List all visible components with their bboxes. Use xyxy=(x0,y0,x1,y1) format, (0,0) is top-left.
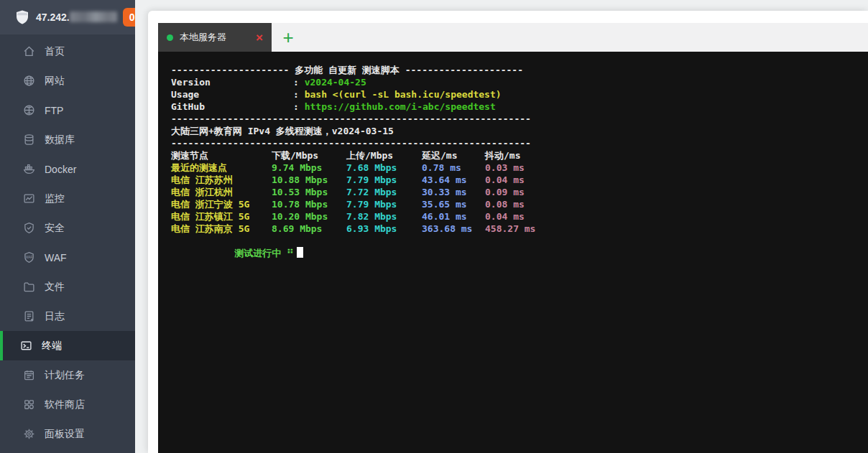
home-icon xyxy=(23,45,35,57)
sidebar-item-files[interactable]: 文件 xyxy=(0,272,135,302)
docker-icon xyxy=(23,163,35,175)
terminal-screen[interactable]: --------------------- 多功能 自更新 测速脚本 -----… xyxy=(158,52,868,453)
sidebar-item-label: FTP xyxy=(45,105,63,116)
log-file-icon xyxy=(23,310,35,322)
waf-shield-icon: WAF xyxy=(23,251,35,263)
spinner-glyph: ⠛ xyxy=(287,248,294,258)
sidebar-nav: 首页 网站 FTP 数据库 Docker 监控 安全 WAF WAF xyxy=(0,34,135,453)
terminal-page-card: 本地服务器 × + --------------------- 多功能 自更新 … xyxy=(148,11,868,453)
separator-line: ----------------------------------------… xyxy=(171,113,862,125)
sidebar-item-ftp[interactable]: FTP xyxy=(0,95,135,125)
sidebar-item-terminal[interactable]: 终端 xyxy=(0,331,135,360)
sidebar-item-label: 网站 xyxy=(45,75,65,88)
sidebar-item-label: 文件 xyxy=(45,281,65,294)
sidebar-item-label: 终端 xyxy=(42,340,62,352)
speedtest-subtitle: 大陆三网+教育网 IPv4 多线程测速，v2024-03-15 xyxy=(171,125,862,137)
globe-icon xyxy=(23,75,35,87)
sidebar-item-label: 面板设置 xyxy=(45,428,85,441)
shield-check-icon xyxy=(23,222,35,234)
separator-line: ----------------------------------------… xyxy=(171,137,862,149)
sidebar-item-docker[interactable]: Docker xyxy=(0,154,135,184)
sidebar-item-security[interactable]: 安全 xyxy=(0,213,135,243)
info-line-github: GitHub: https://github.com/i-abc/speedte… xyxy=(171,101,862,113)
folder-icon xyxy=(23,281,35,293)
tab-label: 本地服务器 xyxy=(180,31,249,44)
ip-redacted-blur xyxy=(70,11,117,22)
monitor-chart-icon xyxy=(23,192,35,205)
speedtest-table-header: 测速节点下载/Mbps上传/Mbps延迟/ms抖动/ms xyxy=(171,149,862,162)
terminal-tabbar: 本地服务器 × + xyxy=(158,23,868,52)
sidebar-item-monitor[interactable]: 监控 xyxy=(0,184,135,213)
terminal-tab-local-server[interactable]: 本地服务器 × xyxy=(158,23,272,52)
banner-title-line: --------------------- 多功能 自更新 测速脚本 -----… xyxy=(171,64,862,76)
database-icon xyxy=(23,134,35,146)
sidebar-item-label: 日志 xyxy=(45,310,65,323)
sidebar-item-waf[interactable]: WAF WAF xyxy=(0,243,135,272)
new-tab-button[interactable]: + xyxy=(272,23,305,52)
sidebar-item-label: Docker xyxy=(45,164,76,175)
sidebar-item-settings[interactable]: 面板设置 xyxy=(0,419,135,449)
speedtest-row: 电信 江苏镇江 5G10.20 Mbps7.82 Mbps46.01 ms0.0… xyxy=(171,210,862,223)
sidebar-item-logs[interactable]: 日志 xyxy=(0,302,135,331)
calendar-icon xyxy=(23,369,35,381)
tab-close-icon[interactable]: × xyxy=(256,32,263,44)
main-content: 本地服务器 × + --------------------- 多功能 自更新 … xyxy=(135,0,868,453)
sidebar-item-label: 计划任务 xyxy=(45,369,85,382)
sidebar-item-label: 安全 xyxy=(45,222,65,235)
panel-logo-shield-icon xyxy=(14,9,30,25)
speedtest-row: 电信 浙江宁波 5G10.78 Mbps7.79 Mbps35.65 ms0.0… xyxy=(171,198,862,210)
ftp-globe-icon xyxy=(23,104,35,116)
app-grid-icon xyxy=(23,398,35,411)
sidebar-item-database[interactable]: 数据库 xyxy=(0,125,135,154)
info-line-version: Version: v2024-04-25 xyxy=(171,76,862,88)
sidebar-item-label: 软件商店 xyxy=(45,398,85,411)
speedtest-row: 最近的测速点9.74 Mbps7.68 Mbps0.78 ms0.03 ms xyxy=(171,162,862,174)
sidebar-item-label: 首页 xyxy=(45,45,65,58)
terminal-cursor xyxy=(297,247,303,258)
sidebar-item-appstore[interactable]: 软件商店 xyxy=(0,390,135,419)
test-in-progress-line: 测试进行中 ⠛ xyxy=(171,235,862,247)
speedtest-row: 电信 浙江杭州10.53 Mbps7.72 Mbps30.33 ms0.09 m… xyxy=(171,186,862,198)
sidebar-item-label: WAF xyxy=(45,252,67,263)
sidebar-item-cron[interactable]: 计划任务 xyxy=(0,360,135,390)
sidebar-item-home[interactable]: 首页 xyxy=(0,37,135,66)
sidebar-header: 47.242. 0 xyxy=(0,0,135,34)
sidebar-item-label: 监控 xyxy=(45,192,65,205)
gear-icon xyxy=(23,428,35,440)
info-line-usage: Usage: bash <(curl -sL bash.icu/speedtes… xyxy=(171,88,862,101)
terminal-widget: 本地服务器 × + --------------------- 多功能 自更新 … xyxy=(158,23,868,453)
sidebar: 47.242. 0 首页 网站 FTP 数据库 Docker 监控 xyxy=(0,0,135,453)
svg-text:WAF: WAF xyxy=(26,256,33,259)
sidebar-item-label: 数据库 xyxy=(45,134,75,146)
speedtest-row: 电信 江苏南京 5G8.69 Mbps6.93 Mbps363.68 ms458… xyxy=(171,223,862,235)
connection-status-dot xyxy=(167,34,173,41)
sidebar-item-website[interactable]: 网站 xyxy=(0,66,135,95)
server-ip: 47.242. xyxy=(36,11,117,23)
terminal-icon xyxy=(20,340,32,352)
speedtest-row: 电信 江苏苏州10.88 Mbps7.79 Mbps43.64 ms0.04 m… xyxy=(171,174,862,186)
